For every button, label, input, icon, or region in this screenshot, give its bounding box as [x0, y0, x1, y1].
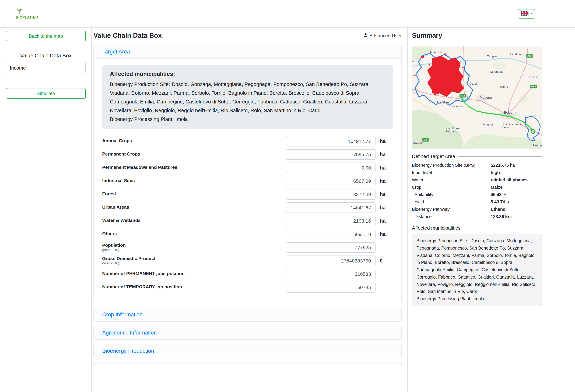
population-input[interactable] [286, 242, 376, 253]
map-label: Modena [480, 96, 492, 99]
accordion-header-agronomic-information[interactable]: Agronomic Information [94, 326, 401, 339]
field-unit: ha [376, 218, 393, 223]
summary-municipalities-title: Affected municipalities [412, 225, 542, 231]
map-label: Cento [500, 85, 508, 88]
language-selector-button[interactable]: ▾ [518, 9, 535, 19]
defined-target-area-title: Defined Target Area [412, 153, 542, 159]
bioenergy-production-card: Bioenergy Production [94, 344, 402, 358]
industrial-sites-input[interactable] [286, 176, 376, 186]
agronomic-information-card: Agronomic Information [94, 326, 402, 340]
urban-areas-input[interactable] [286, 202, 376, 213]
municipalities-heading: Affected municipalities: [110, 71, 385, 77]
field-row-others: Others ha [102, 229, 393, 239]
field-unit: ha [376, 178, 393, 184]
bioplat-app: BIOPLAT-EU ▾ Back to the map Value Chain [0, 0, 575, 392]
user-badge[interactable]: Advanced User [363, 33, 402, 39]
summary-row-input-level: Input levelhigh [412, 169, 542, 176]
summary-row-yield: - Yield5.43T/ha [412, 198, 542, 206]
map-label: Ferrara [527, 75, 538, 79]
map-label: eto [412, 60, 416, 63]
forest-input[interactable] [286, 189, 376, 199]
field-row-population: Population(year 2016) [102, 242, 393, 253]
map-label: enza [413, 74, 419, 77]
app-header: BIOPLAT-EU ▾ [0, 0, 575, 28]
value-chain-data-box-label: Value Chain Data Box [6, 52, 86, 58]
map-label: Bologna [504, 111, 516, 114]
meadows-pastures-input[interactable] [286, 162, 376, 173]
map-label: Marcaria [430, 51, 442, 54]
road-badge: A22 [459, 94, 466, 97]
origin-marker [421, 56, 424, 58]
target-area-fields: Annual Crops ha Permanent Crops ha Perma… [102, 136, 393, 292]
accordion-card-next-partial[interactable] [94, 362, 402, 366]
gdp-input[interactable] [286, 255, 376, 266]
road-badge: A13 [526, 54, 533, 58]
page-title: Value Chain Data Box [94, 32, 162, 40]
map-label: Faenza [533, 144, 542, 147]
summary-municipalities-section: Affected municipalities Bioenergy Produc… [412, 225, 542, 306]
field-row-temporary-jobs: Number of TEMPORARY job position [102, 282, 393, 292]
road-badge: E35 [422, 138, 429, 141]
income-select-value: Income [10, 65, 26, 70]
defined-target-area-section: Defined Target Area Bioenergy Production… [412, 153, 542, 220]
temporary-jobs-input[interactable] [286, 282, 376, 292]
simulate-button[interactable]: Simulate [6, 88, 86, 99]
back-to-map-button[interactable]: Back to the map [6, 31, 86, 41]
map-canvas [412, 46, 542, 149]
summary-row-bps: Bioenergy Production Site (BPS)52216.75h… [412, 161, 542, 169]
field-unit: ha [376, 138, 393, 144]
processing-plant-marker [531, 130, 535, 133]
permanent-crops-input[interactable] [286, 149, 376, 160]
summary-row-crop: CropMaize [412, 183, 542, 191]
field-row-gdp: Gross Domestic Product(year 2016) € [102, 255, 393, 266]
accordion-header-target-area[interactable]: Target Area [94, 45, 401, 59]
field-unit: € [376, 258, 393, 263]
user-badge-label: Advanced User [369, 33, 402, 38]
summary-municipalities-text: Bioenergy Production Site:Dosolo, Gonzag… [412, 234, 542, 306]
map-label: Mirandola [490, 70, 503, 74]
field-row-annual-crops: Annual Crops ha [102, 136, 393, 146]
field-row-water-wetlands: Water & Wetlands ha [102, 216, 393, 226]
target-area-card: Target Area Affected municipalities: Bio… [94, 45, 402, 303]
field-unit: ha [376, 205, 393, 210]
field-row-meadows-pastures: Permanent Meadows and Pastures ha [102, 162, 393, 173]
map-label: Ostiglia [487, 55, 497, 58]
municipalities-text: Bioenergy Production Site:Dosolo, Gonzag… [110, 80, 385, 124]
map-label: Lendinara [510, 53, 524, 56]
water-wetlands-input[interactable] [286, 216, 376, 226]
field-unit: ha [376, 152, 393, 157]
field-row-urban-areas: Urban Areas ha [102, 202, 393, 213]
map-label: Carpi [470, 82, 477, 86]
field-row-industrial-sites: Industrial Sites ha [102, 176, 393, 186]
summary-panel: Summary [408, 28, 575, 392]
logo-text: BIOPLAT-EU [16, 16, 38, 19]
others-input[interactable] [286, 229, 376, 239]
bioplat-logo[interactable]: BIOPLAT-EU [16, 8, 38, 19]
permanent-jobs-input[interactable] [286, 269, 376, 279]
field-unit: ha [376, 191, 393, 197]
summary-title: Summary [412, 32, 542, 40]
production-site-region [427, 56, 464, 97]
map-label: Scandiano [436, 101, 450, 104]
field-row-forest: Forest ha [102, 189, 393, 199]
uk-flag-icon [521, 11, 529, 17]
accordion-link: Target Area [102, 49, 130, 55]
person-icon [363, 33, 368, 39]
annual-crops-input[interactable] [286, 136, 376, 146]
road-badge: RA8 [530, 85, 537, 88]
map-label: Casalecchio di Reno [502, 123, 523, 129]
left-sidebar: Back to the map Value Chain Data Box Inc… [0, 28, 92, 392]
summary-row-distance: - Distance123.36Km [412, 213, 542, 220]
accordion-header-crop-information[interactable]: Crop Information [94, 308, 401, 321]
map-label: Sassuolo [450, 105, 463, 108]
field-row-permanent-jobs: Number of PERMANENT jobs position [102, 269, 393, 279]
crop-information-card: Crop Information [94, 307, 402, 321]
caret-down-icon: ▾ [530, 12, 532, 15]
income-select[interactable]: Income [6, 62, 86, 73]
field-unit: ha [376, 231, 393, 237]
summary-row-water: Waterrainfed all phases [412, 176, 542, 183]
map-label: Pavullo nel Frignano [446, 127, 464, 133]
accordion-header-bioenergy-production[interactable]: Bioenergy Production [94, 344, 401, 357]
summary-map[interactable]: Marcaria Ostiglia Lendinara Mirandola Fe… [412, 46, 542, 149]
field-row-permanent-crops: Permanent Crops ha [102, 149, 393, 160]
